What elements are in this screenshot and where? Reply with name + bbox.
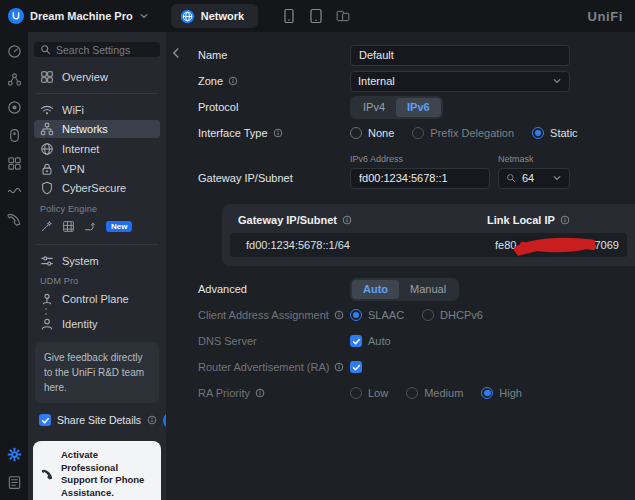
sidebar-item-label: Internet	[62, 143, 99, 155]
ra-priority-label: RA Priority	[198, 387, 350, 399]
info-icon[interactable]	[334, 362, 344, 372]
udm-pro-section-label: UDM Pro	[33, 270, 161, 289]
chevron-down-icon	[139, 11, 149, 21]
zone-select[interactable]: Internal	[350, 71, 570, 92]
wifi-icon	[40, 103, 54, 117]
gateway-label: Gateway IP/Subnet	[198, 172, 350, 184]
gateway-link-local-card: Gateway IP/Subnet Link Local IP fd00:123…	[222, 204, 635, 266]
dhcpv6-radio[interactable]: DHCPv6	[422, 309, 483, 321]
info-icon[interactable]	[255, 388, 265, 398]
sidebar-item-label: System	[62, 255, 99, 267]
interface-static-radio[interactable]: Static	[532, 127, 578, 139]
policy-matrix-icon[interactable]	[62, 220, 75, 233]
dns-auto-checkbox[interactable]: Auto	[350, 335, 391, 347]
interface-type-label: Interface Type	[198, 127, 350, 139]
networks-icon	[40, 122, 54, 136]
chevron-down-icon	[552, 173, 562, 183]
advanced-auto-option[interactable]: Auto	[352, 280, 399, 299]
advanced-row: Advanced Auto Manual	[198, 276, 635, 302]
protocol-ipv4-option[interactable]: IPv4	[352, 98, 396, 117]
device-icon-tablet[interactable]	[309, 8, 323, 24]
search-input[interactable]	[56, 44, 154, 56]
policy-engine-section-label: Policy Engine	[33, 198, 161, 217]
router-advertisement-row: Router Advertisement (RA)	[198, 354, 635, 380]
netmask-caption: Netmask	[498, 154, 534, 164]
client-address-label: Client Address Assignment	[198, 309, 350, 321]
settings-gear-icon[interactable]	[7, 447, 22, 462]
netmask-select[interactable]: 64	[498, 168, 570, 189]
client-address-row: Client Address Assignment SLAAC DHCPv6	[198, 302, 635, 328]
interface-prefix-delegation-radio[interactable]: Prefix Delegation	[412, 127, 514, 139]
info-icon[interactable]	[273, 128, 283, 138]
search-settings-box[interactable]	[34, 42, 160, 57]
name-input[interactable]	[350, 45, 570, 66]
dns-server-row: DNS Server Auto	[198, 328, 635, 354]
tab-network[interactable]: Network	[171, 4, 258, 28]
gateway-ip-input[interactable]	[350, 168, 490, 189]
console-switcher[interactable]: Dream Machine Pro	[8, 8, 149, 24]
sidebar-item-label: Identity	[62, 318, 97, 330]
sidebar-item-identity[interactable]: Identity	[34, 315, 160, 333]
rail-dashboard-icon[interactable]	[7, 44, 22, 59]
unifi-wordmark: UniFi	[588, 9, 624, 24]
dns-server-label: DNS Server	[198, 335, 350, 347]
rail-talk-icon[interactable]	[7, 212, 22, 227]
ra-priority-row: RA Priority Low Medium High	[198, 380, 635, 406]
rail-network-icon[interactable]	[7, 72, 22, 87]
info-icon[interactable]	[560, 215, 570, 225]
sidebar-item-label: Control Plane	[62, 293, 129, 305]
rail-innerspace-icon[interactable]	[7, 184, 22, 199]
info-icon[interactable]	[147, 415, 157, 425]
share-site-details-row: Share Site Details	[33, 405, 161, 433]
sidebar-item-cybersecure[interactable]: CyberSecure	[34, 179, 160, 197]
info-icon[interactable]	[342, 215, 352, 225]
table-header: Gateway IP/Subnet Link Local IP	[222, 204, 635, 233]
info-icon[interactable]	[334, 310, 344, 320]
slaac-radio[interactable]: SLAAC	[350, 309, 404, 321]
ra-priority-medium-radio[interactable]: Medium	[406, 387, 463, 399]
netmask-value: 64	[522, 172, 534, 184]
redaction-scribble	[513, 235, 598, 258]
device-icon-phone[interactable]	[282, 8, 296, 24]
gateway-subnet-cell: fd00:1234:5678::1/64	[238, 239, 495, 251]
network-globe-icon	[180, 9, 195, 24]
rail-journal-icon[interactable]	[7, 475, 22, 490]
zone-label: Zone	[198, 75, 350, 87]
control-plane-icon	[40, 292, 54, 306]
name-row: Name	[198, 42, 635, 68]
sidebar-item-networks[interactable]: Networks	[34, 120, 160, 138]
zone-selected-value: Internal	[358, 75, 395, 87]
router-advertisement-label: Router Advertisement (RA)	[198, 361, 350, 373]
sidebar-item-label: VPN	[62, 163, 85, 175]
ra-priority-high-radio[interactable]: High	[481, 387, 522, 399]
sidebar-divider	[36, 244, 158, 245]
device-icon-multi[interactable]	[336, 8, 350, 24]
sidebar-item-wifi[interactable]: WiFi	[34, 101, 160, 119]
interface-none-radio[interactable]: None	[350, 127, 394, 139]
sidebar-item-vpn[interactable]: VPN	[34, 160, 160, 178]
policy-wand-icon[interactable]	[40, 220, 53, 233]
rail-protect-icon[interactable]	[7, 100, 22, 115]
protocol-ipv6-option[interactable]: IPv6	[396, 98, 441, 117]
sidebar-item-control-plane[interactable]: Control Plane	[34, 290, 160, 308]
sidebar-item-label: Overview	[62, 71, 108, 83]
router-advertisement-checkbox[interactable]	[350, 361, 362, 373]
table-row[interactable]: fd00:1234:5678::1/64 fe80 :7069	[230, 233, 627, 257]
chevron-down-icon	[552, 76, 562, 86]
sidebar-item-internet[interactable]: Internet	[34, 140, 160, 158]
advanced-manual-option[interactable]: Manual	[399, 280, 457, 299]
unifi-logo-icon	[8, 8, 24, 24]
share-site-checkbox[interactable]	[39, 414, 51, 426]
rail-access-icon[interactable]	[7, 128, 22, 143]
support-banner[interactable]: Activate Professional Support for Phone …	[33, 441, 161, 500]
rail-apps-icon[interactable]	[7, 156, 22, 171]
policy-routes-icon[interactable]	[84, 220, 97, 233]
sidebar-item-overview[interactable]: Overview	[34, 68, 160, 86]
advanced-label: Advanced	[198, 283, 350, 295]
link-local-cell: fe80 :7069	[495, 239, 619, 251]
gateway-row: Gateway IP/Subnet 64	[198, 165, 635, 191]
ra-priority-low-radio[interactable]: Low	[350, 387, 388, 399]
info-icon[interactable]	[228, 76, 238, 86]
sidebar-item-system[interactable]: System	[34, 252, 160, 270]
collapse-panel-icon[interactable]	[169, 46, 183, 60]
